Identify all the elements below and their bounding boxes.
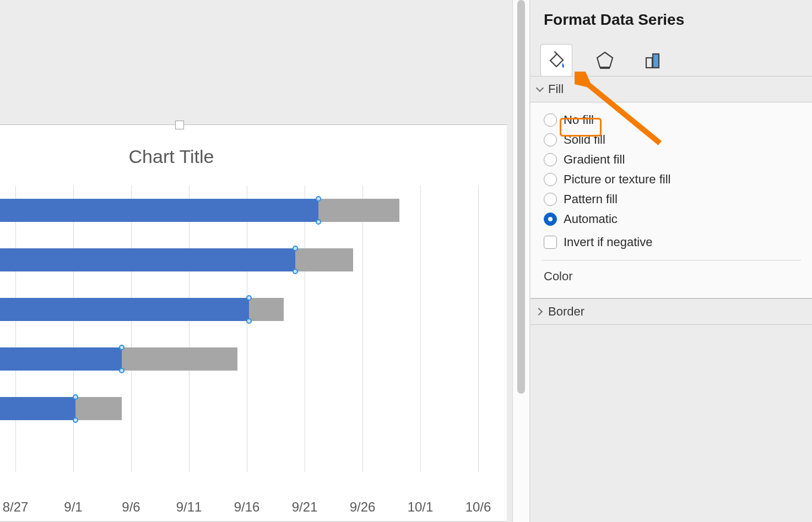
pane-category-tabs: [530, 42, 812, 76]
radio-icon: [544, 213, 557, 226]
section-fill-body: No fill Solid fill Gradient fill Picture…: [530, 102, 812, 298]
svg-rect-2: [653, 54, 659, 68]
series2-bar[interactable]: [318, 199, 399, 222]
x-tick-label: 9/11: [176, 499, 202, 515]
x-tick-label: 9/26: [350, 499, 376, 515]
checkbox-label: Invert if negative: [564, 235, 652, 249]
radio-icon: [544, 133, 557, 146]
pane-title: Format Data Series: [530, 0, 812, 42]
section-fill-header[interactable]: Fill: [530, 76, 812, 102]
checkbox-icon: [544, 236, 557, 249]
pentagon-icon: [595, 50, 615, 70]
radio-automatic[interactable]: Automatic: [542, 209, 801, 229]
radio-label: Solid fill: [564, 133, 605, 147]
radio-gradient-fill[interactable]: Gradient fill: [542, 150, 801, 170]
x-axis[interactable]: 8/27 9/1 9/6 9/11 9/16 9/21 9/26 10/1 10…: [0, 499, 496, 521]
radio-no-fill[interactable]: No fill: [542, 110, 801, 130]
series2-bar[interactable]: [122, 347, 237, 371]
checkbox-invert-if-negative[interactable]: Invert if negative: [542, 232, 801, 252]
fill-color-label: Color: [542, 268, 801, 288]
format-pane: Format Data Series: [530, 0, 812, 522]
vertical-scrollbar[interactable]: [512, 0, 530, 522]
series1-bar[interactable]: [0, 199, 318, 222]
x-tick-label: 10/1: [408, 499, 434, 515]
x-tick-label: 9/21: [292, 499, 318, 515]
x-tick-label: 9/1: [64, 499, 82, 515]
paint-bucket-icon: [546, 51, 566, 70]
series2-bar[interactable]: [295, 248, 353, 271]
series1-bar[interactable]: [0, 248, 295, 271]
scrollbar-thumb[interactable]: [517, 0, 525, 394]
radio-label: Gradient fill: [564, 153, 625, 167]
tab-fill-and-line[interactable]: [540, 44, 572, 76]
section-fill-label: Fill: [548, 82, 564, 96]
bars: [0, 186, 496, 472]
chart-selection-handle-top[interactable]: [175, 121, 184, 129]
section-border-header[interactable]: Border: [530, 298, 812, 325]
chart-object[interactable]: Chart Title: [0, 124, 507, 522]
tab-effects[interactable]: [589, 44, 621, 76]
x-tick-label: 9/16: [234, 499, 260, 515]
x-tick-label: 8/27: [3, 499, 29, 515]
series2-bar[interactable]: [249, 298, 284, 321]
radio-pattern-fill[interactable]: Pattern fill: [542, 189, 801, 209]
chevron-down-icon: [536, 85, 544, 93]
radio-label: No fill: [564, 113, 594, 127]
radio-icon: [544, 173, 557, 186]
tab-series-options[interactable]: [637, 44, 669, 76]
radio-label: Automatic: [564, 212, 618, 226]
radio-icon: [544, 193, 557, 206]
radio-picture-texture-fill[interactable]: Picture or texture fill: [542, 170, 801, 189]
chart-canvas-area[interactable]: Chart Title: [0, 0, 512, 522]
radio-label: Picture or texture fill: [564, 172, 670, 187]
plot-area[interactable]: [0, 186, 496, 472]
series1-bar[interactable]: [0, 347, 122, 371]
chart-title[interactable]: Chart Title: [0, 146, 353, 167]
x-tick-label: 10/6: [465, 499, 491, 515]
radio-icon: [544, 113, 557, 127]
series2-bar[interactable]: [75, 397, 122, 420]
bar-chart-icon: [643, 50, 663, 70]
series1-bar[interactable]: [0, 397, 75, 420]
section-border-label: Border: [548, 304, 584, 319]
svg-rect-1: [646, 58, 652, 68]
radio-label: Pattern fill: [564, 192, 618, 206]
radio-solid-fill[interactable]: Solid fill: [542, 130, 801, 150]
radio-icon: [544, 153, 557, 166]
divider: [542, 260, 801, 260]
series1-bar[interactable]: [0, 298, 249, 321]
chevron-right-icon: [536, 308, 544, 316]
x-tick-label: 9/6: [122, 499, 140, 515]
